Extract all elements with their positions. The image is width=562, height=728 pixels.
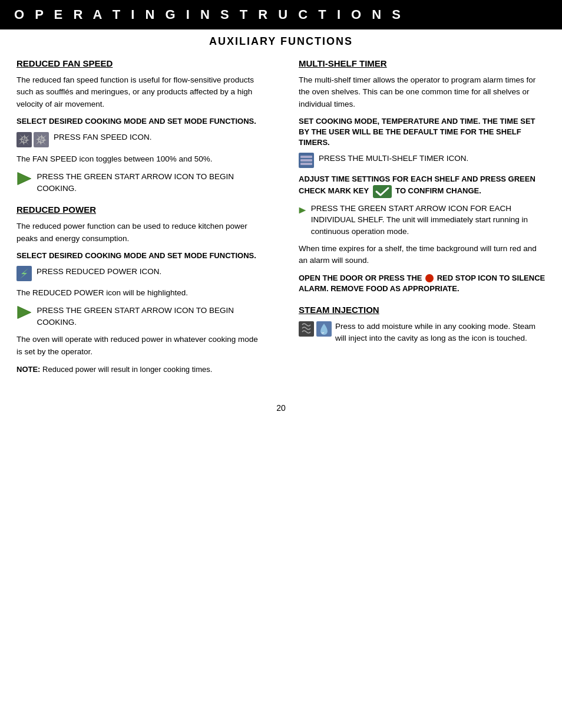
reduced-fan-speed-para1: The reduced fan speed function is useful…	[16, 74, 263, 110]
steam-wave-icon	[299, 321, 314, 337]
multi-shelf-para2: When time expires for a shelf, the time …	[299, 243, 546, 267]
fan-speed-start-label: PRESS THE GREEN START ARROW ICON TO BEGI…	[37, 171, 263, 194]
reduced-fan-speed-title: REDUCED FAN SPEED	[16, 58, 263, 68]
multi-shelf-icon-line: PRESS THE MULTI-SHELF TIMER ICON.	[299, 153, 546, 168]
header-bar: O P E R A T I N G I N S T R U C T I O N …	[0, 0, 562, 29]
reduced-power-icon-label: PRESS REDUCED POWER ICON.	[37, 266, 161, 278]
reduced-power-icon	[16, 266, 32, 281]
multi-shelf-icon-label: PRESS THE MULTI-SHELF TIMER ICON.	[319, 153, 468, 164]
page-title: O P E R A T I N G I N S T R U C T I O N …	[14, 7, 548, 22]
right-column: MULTI-SHELF TIMER The multi-shelf timer …	[281, 58, 546, 386]
fan-speed-toggle-text: The FAN SPEED icon toggles between 100% …	[16, 153, 263, 165]
red-stop-icon	[425, 274, 434, 282]
open-door-pre: OPEN THE DOOR OR PRESS THE	[299, 274, 422, 282]
svg-rect-11	[300, 163, 312, 165]
reduced-fan-speed-instruction1: SELECT DESIRED COOKING MODE AND SET MODE…	[16, 116, 263, 127]
multi-shelf-timer-title: MULTI-SHELF TIMER	[299, 58, 546, 68]
fan-speed-icons	[16, 132, 49, 147]
fan-icon-1	[16, 132, 32, 147]
note-body: Reduced power will result in longer cook…	[42, 365, 212, 374]
reduced-power-start-label: PRESS THE GREEN START ARROW ICON TO BEGI…	[37, 305, 263, 328]
reduced-power-note: NOTE: Reduced power will result in longe…	[16, 364, 263, 375]
fan-speed-icon-label: PRESS FAN SPEED ICON.	[54, 131, 152, 143]
svg-point-14	[425, 274, 434, 282]
fan-speed-arrow-line: PRESS THE GREEN START ARROW ICON TO BEGI…	[16, 171, 263, 194]
fan-icon-2	[34, 132, 49, 147]
reduced-power-instruction1: SELECT DESIRED COOKING MODE AND SET MODE…	[16, 251, 263, 261]
steam-injection-para1: Press to add moisture while in any cooki…	[335, 321, 546, 344]
green-start-arrow-icon-2	[16, 305, 32, 320]
svg-marker-7	[18, 307, 31, 319]
page-subtitle: AUXILIARY FUNCTIONS	[0, 35, 562, 48]
reduced-power-para1: The reduced power function can be used t…	[16, 220, 263, 245]
steam-droplet-icon	[316, 321, 332, 337]
multi-shelf-para1: The multi-shelf timer allows the operato…	[299, 74, 546, 110]
multi-shelf-arrow-line: PRESS THE GREEN START ARROW ICON FOR EAC…	[299, 203, 546, 238]
steam-injection-section: STEAM INJECTION	[299, 305, 546, 344]
multi-shelf-instruction2: ADJUST TIME SETTINGS FOR EACH SHELF AND …	[299, 174, 546, 197]
multi-shelf-timer-icon	[299, 153, 314, 168]
fan-speed-icon-line: PRESS FAN SPEED ICON.	[16, 131, 263, 147]
reduced-power-arrow-line: PRESS THE GREEN START ARROW ICON TO BEGI…	[16, 305, 263, 328]
reduced-power-icon-line: PRESS REDUCED POWER ICON.	[16, 266, 263, 281]
steam-injection-title: STEAM INJECTION	[299, 305, 546, 315]
reduced-power-highlighted-text: The REDUCED POWER icon will be highlight…	[16, 287, 263, 299]
content-area: REDUCED FAN SPEED The reduced fan speed …	[0, 58, 562, 386]
reduced-fan-speed-section: REDUCED FAN SPEED The reduced fan speed …	[16, 58, 263, 194]
checkmark-button-icon	[373, 185, 392, 198]
green-start-arrow-icon-3	[299, 203, 306, 218]
reduced-power-title: REDUCED POWER	[16, 205, 263, 215]
open-door-instruction: OPEN THE DOOR OR PRESS THE RED STOP ICON…	[299, 273, 546, 294]
green-start-arrow-icon-1	[16, 171, 32, 186]
svg-marker-4	[18, 173, 31, 185]
multi-shelf-start-label: PRESS THE GREEN START ARROW ICON FOR EAC…	[311, 203, 546, 238]
steam-injection-icon-row: Press to add moisture while in any cooki…	[299, 321, 546, 344]
confirm-change-text: TO CONFIRM CHANGE.	[395, 186, 481, 195]
svg-marker-13	[299, 207, 306, 213]
multi-shelf-timer-section: MULTI-SHELF TIMER The multi-shelf timer …	[299, 58, 546, 294]
reduced-power-section: REDUCED POWER The reduced power function…	[16, 205, 263, 375]
multi-shelf-instruction1: SET COOKING MODE, TEMPERATURE AND TIME. …	[299, 116, 546, 149]
steam-icons-group	[299, 321, 332, 337]
reduced-power-para3: The oven will operate with reduced power…	[16, 334, 263, 358]
page-number: 20	[0, 403, 562, 424]
svg-rect-10	[300, 159, 312, 162]
left-column: REDUCED FAN SPEED The reduced fan speed …	[16, 58, 281, 386]
note-label: NOTE:	[16, 365, 40, 374]
svg-rect-9	[300, 156, 312, 158]
